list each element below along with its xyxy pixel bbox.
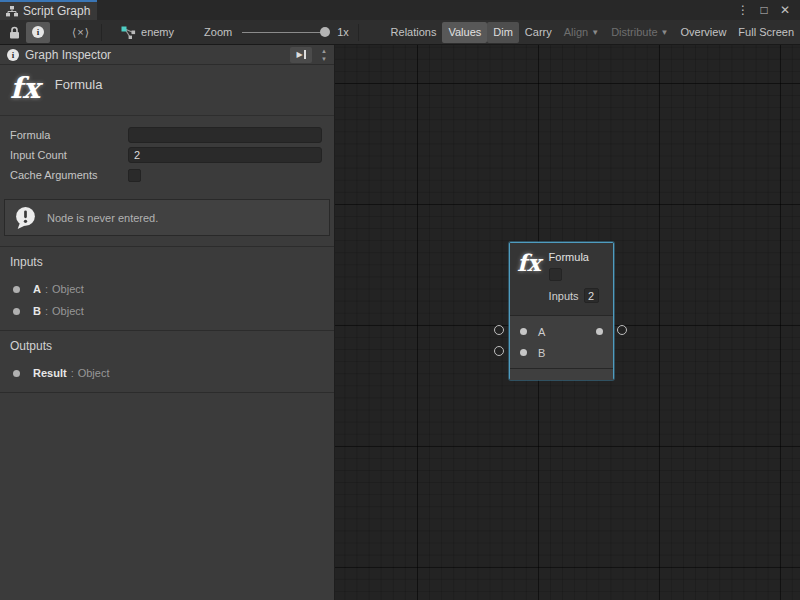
close-icon[interactable]: ✕ — [778, 3, 792, 17]
scroll-up-icon[interactable]: ▲ — [321, 48, 327, 54]
window-controls: ⋮ □ ✕ — [736, 0, 800, 20]
distribute-button[interactable]: Distribute▼ — [605, 22, 674, 43]
port-row-b: B : Object — [10, 300, 324, 322]
port-row-a: A : Object — [10, 278, 324, 300]
inspector-toggle-button[interactable]: i — [26, 22, 50, 43]
zoom-slider-track[interactable] — [242, 32, 328, 33]
formula-node[interactable]: fx Formula Inputs 2 A — [509, 242, 614, 380]
graph-name: enemy — [141, 26, 174, 38]
inputs-heading: Inputs — [10, 255, 324, 269]
warning-bubble-icon — [13, 205, 38, 230]
node-title-section: fx Formula — [0, 65, 334, 116]
input-count-field-label: Input Count — [10, 149, 128, 161]
inspector-empty-area — [0, 393, 334, 600]
inputs-section: Inputs A : Object B : Object — [0, 247, 334, 330]
graph-toolbar: i ⟨×⟩ enemy Zoom 1x Relations Values Dim — [0, 20, 800, 45]
values-button[interactable]: Values — [442, 22, 487, 43]
outputs-section: Outputs Result : Object — [0, 331, 334, 392]
node-footer — [510, 368, 613, 380]
info-icon: i — [32, 26, 44, 38]
lock-icon — [9, 26, 20, 39]
selected-node-title: Formula — [55, 77, 103, 92]
input-count-field-row: Input Count — [10, 145, 322, 165]
fx-icon: fx — [517, 251, 541, 315]
dock-panel-button[interactable]: ▶ — [290, 47, 312, 63]
node-title: Formula — [549, 251, 599, 263]
cache-arguments-field-row: Cache Arguments — [10, 165, 322, 185]
graph-breadcrumb[interactable]: enemy — [121, 26, 174, 39]
node-inputs-label: Inputs — [549, 290, 579, 302]
port-bullet-icon — [13, 286, 20, 293]
port-row-result: Result : Object — [10, 362, 324, 384]
chevron-down-icon: ▼ — [661, 28, 669, 37]
lock-button[interactable] — [3, 22, 26, 43]
connection-hint-circle[interactable] — [494, 325, 504, 335]
formula-node-header: fx Formula Inputs 2 — [510, 243, 613, 315]
node-formula-checkbox[interactable] — [549, 268, 562, 281]
input-count-input[interactable] — [128, 147, 322, 163]
formula-input[interactable] — [128, 127, 322, 143]
connection-hint-circle[interactable] — [617, 325, 627, 335]
output-port-dot[interactable] — [596, 328, 603, 335]
align-button[interactable]: Align▼ — [558, 22, 605, 43]
fx-icon: fx — [10, 74, 40, 102]
node-ports-section: A B — [510, 315, 613, 368]
zoom-value: 1x — [337, 26, 349, 38]
graph-icon — [121, 26, 136, 39]
node-inputs-count[interactable]: 2 — [584, 288, 599, 303]
view-buttons: Relations Values Dim Carry Align▼ Distri… — [385, 20, 800, 44]
script-graph-window: Script Graph ⋮ □ ✕ i ⟨×⟩ — [0, 0, 800, 600]
toolbar-separator — [358, 24, 359, 41]
content-area: i Graph Inspector ▶ ▲ ▼ fx Formula Formu… — [0, 45, 800, 600]
graph-inspector-panel: i Graph Inspector ▶ ▲ ▼ fx Formula Formu… — [0, 45, 335, 600]
relations-button[interactable]: Relations — [385, 22, 443, 43]
scroll-down-icon[interactable]: ▼ — [321, 56, 327, 62]
tab-label: Script Graph — [23, 4, 90, 18]
graph-canvas[interactable]: fx Formula Inputs 2 A — [335, 45, 800, 600]
warning-box: Node is never entered. — [4, 199, 330, 236]
panel-scroll-arrows: ▲ ▼ — [318, 48, 330, 62]
warning-message: Node is never entered. — [47, 212, 158, 224]
port-bullet-icon — [13, 308, 20, 315]
connections-button[interactable]: ⟨×⟩ — [66, 22, 96, 43]
chevron-down-icon: ▼ — [591, 28, 599, 37]
hierarchy-icon — [6, 6, 18, 17]
menu-icon[interactable]: ⋮ — [736, 3, 750, 17]
dock-icon: ▶ — [296, 50, 302, 59]
inspector-title: Graph Inspector — [25, 48, 111, 62]
carry-button[interactable]: Carry — [519, 22, 558, 43]
zoom-label: Zoom — [204, 26, 232, 38]
input-port-b[interactable]: B — [510, 342, 613, 363]
tab-script-graph[interactable]: Script Graph — [0, 0, 97, 20]
toolbar-separator — [101, 24, 102, 41]
inspector-header: i Graph Inspector ▶ ▲ ▼ — [0, 45, 334, 65]
node-fields: Formula Input Count Cache Arguments — [0, 116, 334, 191]
zoom-slider[interactable] — [242, 26, 328, 38]
cache-arguments-field-label: Cache Arguments — [10, 169, 128, 181]
code-icon: ⟨×⟩ — [72, 26, 90, 39]
dim-button[interactable]: Dim — [487, 22, 519, 43]
port-bullet-icon — [13, 370, 20, 377]
cache-arguments-checkbox[interactable] — [128, 169, 141, 182]
formula-field-row: Formula — [10, 125, 322, 145]
info-icon: i — [7, 49, 19, 61]
tab-bar: Script Graph ⋮ □ ✕ — [0, 0, 800, 20]
connection-hint-circle[interactable] — [494, 346, 504, 356]
input-port-dot[interactable] — [520, 328, 527, 335]
maximize-icon[interactable]: □ — [757, 3, 771, 17]
outputs-heading: Outputs — [10, 339, 324, 353]
formula-field-label: Formula — [10, 129, 128, 141]
input-port-dot[interactable] — [520, 349, 527, 356]
zoom-slider-handle[interactable] — [320, 27, 330, 37]
full-screen-button[interactable]: Full Screen — [732, 22, 800, 43]
overview-button[interactable]: Overview — [675, 22, 733, 43]
